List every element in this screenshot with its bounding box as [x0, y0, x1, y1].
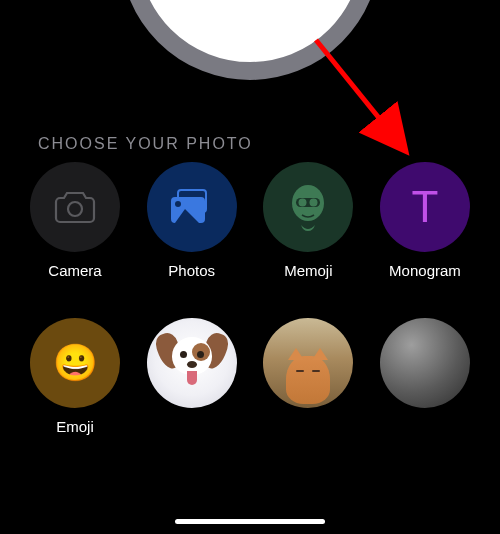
option-label: Emoji — [56, 418, 94, 435]
option-label: Memoji — [284, 262, 332, 279]
option-memoji[interactable]: Memoji — [253, 162, 363, 279]
emoji-icon-circle: 😀 — [30, 318, 120, 408]
memoji-face-icon — [287, 181, 329, 233]
monogram-letter: T — [412, 182, 439, 232]
cat-illustration — [286, 356, 330, 404]
monogram-icon-circle: T — [380, 162, 470, 252]
option-camera[interactable]: Camera — [20, 162, 130, 279]
home-indicator[interactable] — [175, 519, 325, 524]
svg-line-6 — [316, 40, 400, 144]
option-label: Monogram — [389, 262, 461, 279]
option-emoji[interactable]: 😀 Emoji — [20, 318, 130, 435]
photos-icon-circle — [147, 162, 237, 252]
cat-photo-thumb — [263, 318, 353, 408]
camera-icon — [54, 190, 96, 224]
svg-point-3 — [299, 199, 307, 207]
svg-point-0 — [68, 202, 82, 216]
gray-gradient-thumb — [380, 318, 470, 408]
option-label: Camera — [48, 262, 101, 279]
section-title: CHOOSE YOUR PHOTO — [38, 135, 253, 153]
dog-memoji-thumb — [147, 318, 237, 408]
option-monogram[interactable]: T Monogram — [370, 162, 480, 279]
memoji-icon-circle — [263, 162, 353, 252]
emoji-smiley-icon: 😀 — [53, 342, 98, 384]
photo-options-row-1: Camera Photos Memoji T Monogram — [20, 162, 480, 279]
photo-options-row-2: 😀 Emoji — [20, 318, 480, 435]
current-avatar-preview — [120, 0, 380, 80]
suggestion-dog-memoji[interactable] — [137, 318, 247, 435]
svg-point-4 — [310, 199, 318, 207]
suggestion-gray-gradient[interactable] — [370, 318, 480, 435]
camera-icon-circle — [30, 162, 120, 252]
photos-icon — [171, 189, 213, 225]
option-photos[interactable]: Photos — [137, 162, 247, 279]
option-label: Photos — [168, 262, 215, 279]
dog-face-icon — [154, 325, 230, 401]
suggestion-cat-photo[interactable] — [253, 318, 363, 435]
